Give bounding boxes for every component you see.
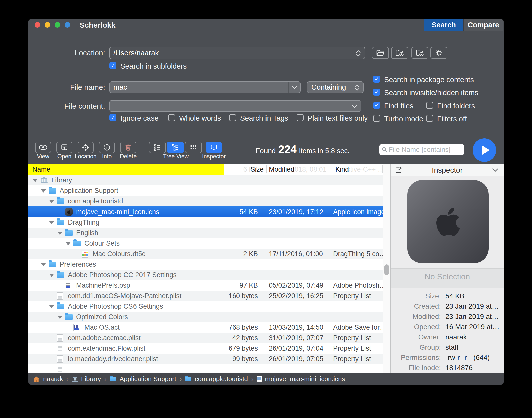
column-header-modified[interactable]: Modified [269,164,294,175]
disclosure-triangle-icon[interactable] [66,242,71,245]
table-row[interactable]: MachinePrefs.psp 97 KB 05/02/2019, 07:49… [28,280,390,291]
list-view-toggle[interactable] [149,142,166,153]
search-in-tags-checkbox[interactable] [229,114,236,121]
file-name-field[interactable] [109,81,301,93]
table-row[interactable]: DragThing [28,217,390,228]
tab-compare[interactable]: Compare [463,19,503,31]
disclosure-triangle-icon[interactable] [49,305,54,308]
breadcrumb-item[interactable]: mojave_mac-mini_icon.icns [265,375,345,383]
row-name: Application Support [60,185,118,196]
location-field[interactable] [109,47,365,59]
find-folders-checkbox[interactable] [426,102,433,109]
file-name-dropdown[interactable] [288,82,300,93]
disclosure-triangle-icon[interactable] [41,189,46,193]
table-row[interactable]: com.dd1.macOS-Mojave-Patcher.plist 160 b… [28,291,390,301]
close-window-icon[interactable] [35,22,40,28]
ignore-case-checkbox[interactable] [109,114,116,121]
table-row[interactable]: Adobe Photoshop CS6 Settings [28,301,390,312]
find-files-checkbox[interactable] [373,102,380,109]
breadcrumb-item[interactable]: Library [81,375,101,383]
filters-off-checkbox[interactable] [426,115,433,122]
table-row[interactable]: Mac Colours.dt5c 2 KB 17/11/2016, 01:00 … [28,249,390,259]
invisible-items-checkbox[interactable] [373,89,380,96]
disclosure-triangle-icon[interactable] [57,232,62,235]
disclosure-triangle-icon[interactable] [49,200,54,203]
table-row-selected[interactable]: mojave_mac-mini_icon.icns 54 KB 23/01/20… [28,206,390,217]
breadcrumb-item[interactable]: Application Support [120,375,176,383]
info-button[interactable] [99,142,115,153]
remove-folder-button[interactable] [411,47,428,59]
open-button[interactable] [56,142,72,153]
disclosure-triangle-icon[interactable] [57,316,62,319]
add-folder-button[interactable] [391,47,408,59]
filters-off-label: Filters off [437,115,467,123]
table-row[interactable]: com.extendmac.Flow.plist 679 bytes 26/01… [28,343,390,354]
table-row[interactable]: Library [28,175,390,185]
disclosure-triangle-icon[interactable] [33,179,38,182]
file-content-field[interactable] [109,100,361,112]
clut-file-icon [73,324,79,331]
disclosure-triangle-icon[interactable] [49,274,54,277]
detail-value: naarak [445,332,467,342]
filter-field[interactable] [379,144,464,155]
plain-text-checkbox[interactable] [297,114,304,121]
table-row[interactable]: io.macdaddy.drivecleaner.plist 99 bytes … [28,354,390,364]
row-name: English [76,228,98,238]
breadcrumb-item[interactable]: com.apple.touristd [195,375,248,383]
tree-view-toggle[interactable] [167,142,184,153]
app-window-icon[interactable] [65,22,70,28]
turbo-mode-checkbox[interactable] [373,115,380,122]
column-header-name[interactable]: Name [32,164,50,175]
table-row[interactable]: Application Support [28,185,390,196]
row-kind: Adobe Photosh… [333,280,390,291]
subfolders-checkbox[interactable] [109,62,116,69]
package-contents-checkbox[interactable] [373,76,380,83]
column-divider[interactable] [266,165,267,173]
detail-row: Opened: 16 Mar 2019 at… [391,322,504,332]
minimize-window-icon[interactable] [45,22,50,28]
view-button[interactable] [35,142,51,153]
vertical-scrollbar[interactable] [383,164,390,373]
breadcrumb-item[interactable]: naarak [43,375,63,383]
delete-button[interactable] [120,142,136,153]
table-row[interactable]: Adobe Photoshop CC 2017 Settings [28,270,390,280]
folder-icon [49,262,56,267]
location-input[interactable] [110,49,365,57]
settings-button[interactable] [430,47,447,59]
open-in-window-icon[interactable] [395,166,402,174]
file-content-input[interactable] [110,102,361,110]
inspector-toggle[interactable] [206,142,222,153]
chevron-down-icon[interactable] [492,168,499,173]
table-row[interactable]: com.adobe.accmac.plist 42 bytes 31/01/20… [28,333,390,343]
table-row[interactable]: Preferences [28,259,390,270]
list-view-icon [153,143,161,151]
folder-icon [57,272,64,278]
filter-input[interactable] [388,146,462,154]
column-header-size[interactable]: Size [204,164,264,175]
folder-icon [57,304,64,309]
disclosure-triangle-icon[interactable] [41,263,46,266]
disclosure-triangle-icon[interactable] [49,221,54,224]
table-row[interactable]: Optimized Colors [28,312,390,322]
choose-folder-button[interactable] [372,47,389,59]
apple-logo-icon [436,206,460,238]
tab-search[interactable]: Search [424,19,463,31]
detail-row: Owner: naarak [391,332,504,342]
match-mode-select[interactable]: Containing [307,81,364,93]
table-row[interactable]: Colour Sets [28,238,390,249]
row-name: com.apple.touristd [68,196,123,206]
zoom-window-icon[interactable] [55,22,60,28]
column-divider[interactable] [331,165,331,173]
table-row[interactable]: Mac OS.act 768 bytes 13/03/2019, 14:50 A… [28,322,390,333]
table-row[interactable]: com.apple.touristd [28,196,390,206]
whole-words-checkbox[interactable] [168,114,175,121]
grid-view-toggle[interactable] [185,142,202,153]
file-name-input[interactable] [110,83,300,91]
column-header-kind[interactable]: Kind [335,164,349,175]
table-row-partial[interactable] [28,364,390,373]
stepper-icon[interactable] [355,50,362,57]
start-search-button[interactable] [473,138,496,162]
scrollbar-thumb[interactable] [384,264,389,275]
table-row[interactable]: English [28,228,390,238]
location-button[interactable] [78,142,94,153]
